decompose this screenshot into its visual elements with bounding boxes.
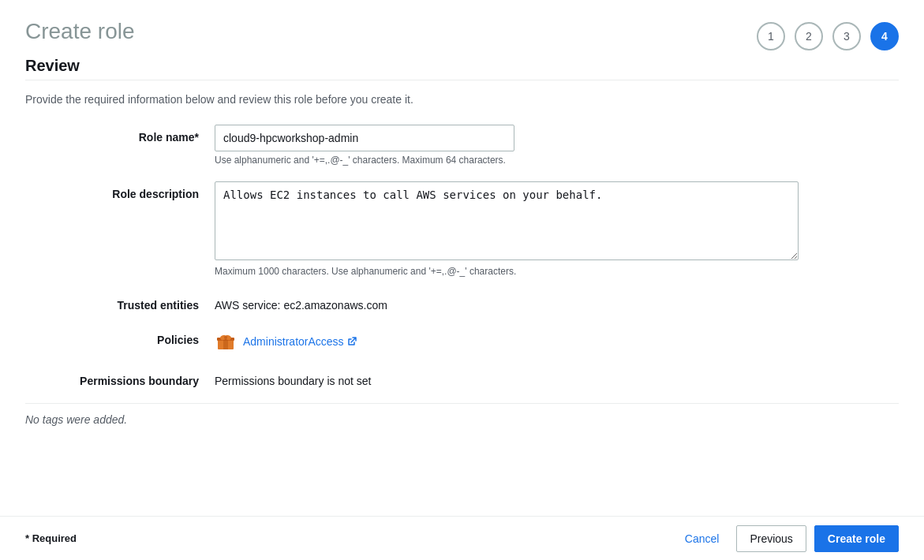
- role-name-hint: Use alphanumeric and '+=,.@-_' character…: [215, 155, 830, 166]
- role-description-hint: Maximum 1000 characters. Use alphanumeri…: [215, 266, 830, 277]
- section-divider: [25, 80, 899, 80]
- role-name-input[interactable]: [215, 125, 514, 151]
- role-description-row: Role description Allows EC2 instances to…: [25, 181, 899, 277]
- cancel-button[interactable]: Cancel: [675, 526, 729, 551]
- svg-point-6: [224, 336, 227, 339]
- section-description: Provide the required information below a…: [25, 93, 899, 106]
- policy-icon: [215, 330, 237, 353]
- role-description-content: Allows EC2 instances to call AWS service…: [215, 181, 830, 277]
- role-name-content: Use alphanumeric and '+=,.@-_' character…: [215, 125, 830, 166]
- role-description-textarea[interactable]: Allows EC2 instances to call AWS service…: [215, 181, 799, 260]
- policies-row: Policies: [25, 327, 899, 353]
- permissions-boundary-row: Permissions boundary Permissions boundar…: [25, 368, 899, 387]
- footer-buttons: Cancel Previous Create role: [675, 525, 899, 552]
- previous-button[interactable]: Previous: [736, 525, 806, 552]
- role-name-row: Role name* Use alphanumeric and '+=,.@-_…: [25, 125, 899, 166]
- policy-link[interactable]: AdministratorAccess: [243, 335, 357, 348]
- trusted-entities-label: Trusted entities: [25, 293, 215, 312]
- trusted-entities-row: Trusted entities AWS service: ec2.amazon…: [25, 293, 899, 312]
- role-description-label: Role description: [25, 181, 215, 200]
- trusted-entities-value: AWS service: ec2.amazonaws.com: [215, 293, 830, 312]
- required-note: * Required: [25, 532, 77, 544]
- step-1[interactable]: 1: [757, 22, 785, 50]
- external-link-icon: [347, 337, 357, 346]
- step-3[interactable]: 3: [832, 22, 861, 50]
- section-heading: Review: [25, 57, 899, 75]
- trusted-entities-content: AWS service: ec2.amazonaws.com: [215, 293, 830, 312]
- policy-item: AdministratorAccess: [215, 327, 830, 353]
- permissions-boundary-label: Permissions boundary: [25, 368, 215, 387]
- steps-indicator: 1 2 3 4: [757, 19, 899, 50]
- step-4[interactable]: 4: [870, 22, 899, 50]
- step-2[interactable]: 2: [795, 22, 823, 50]
- create-role-button[interactable]: Create role: [814, 525, 899, 552]
- footer: * Required Cancel Previous Create role: [0, 516, 924, 560]
- role-name-label: Role name*: [25, 125, 215, 144]
- permissions-boundary-value: Permissions boundary is not set: [215, 368, 830, 387]
- tags-note: No tags were added.: [25, 403, 899, 435]
- permissions-boundary-content: Permissions boundary is not set: [215, 368, 830, 387]
- page-title: Create role: [25, 19, 135, 44]
- policy-name: AdministratorAccess: [243, 335, 344, 348]
- policies-label: Policies: [25, 327, 215, 346]
- policies-content: AdministratorAccess: [215, 327, 830, 353]
